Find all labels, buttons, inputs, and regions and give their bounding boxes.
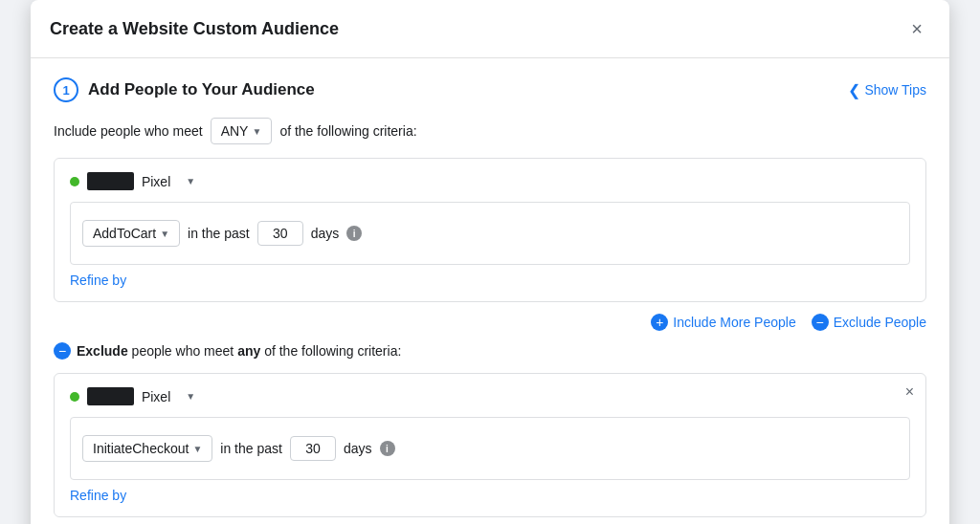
include-more-people-button[interactable]: + Include More People (651, 314, 795, 331)
section-title: Add People to Your Audience (88, 80, 315, 99)
pixel-name (87, 172, 134, 190)
include-prefix: Include people who meet (54, 123, 203, 139)
include-suffix: of the following criteria: (279, 123, 416, 139)
dropdown-caret-icon: ▼ (252, 126, 261, 137)
close-button[interactable]: × (903, 15, 930, 42)
exclude-pixel-label: Pixel (142, 389, 170, 404)
exclude-label: Exclude People (834, 315, 926, 330)
show-tips-label: Show Tips (864, 82, 926, 98)
green-dot-icon (70, 177, 79, 186)
pixel-caret-icon: ▼ (186, 176, 195, 186)
exclude-days-label: days (344, 441, 372, 456)
exclude-green-dot-icon (70, 392, 79, 402)
modal-header: Create a Website Custom Audience × (31, 0, 949, 58)
minus-icon: − (812, 314, 829, 331)
pixel-dropdown[interactable]: ▼ (178, 172, 203, 190)
exclude-info-icon[interactable]: i (380, 441, 395, 456)
exclude-pixel-row: Pixel ▼ (70, 387, 910, 405)
exclude-refine-by-link[interactable]: Refine by (70, 488, 126, 503)
exclude-pixel-caret-icon: ▼ (186, 391, 195, 402)
info-icon[interactable]: i (346, 226, 362, 241)
exclude-suffix-text: of the following criteria: (264, 343, 401, 359)
plus-icon: + (651, 314, 668, 331)
section-header: 1 Add People to Your Audience ❮ Show Tip… (54, 77, 926, 102)
modal-body: 1 Add People to Your Audience ❮ Show Tip… (31, 58, 949, 524)
include-more-label: Include More People (673, 315, 795, 330)
exclude-any: any (237, 343, 260, 359)
match-dropdown-value: ANY (221, 123, 249, 139)
days-input[interactable] (257, 221, 303, 246)
exclude-rule-row: InitiateCheckout ▼ in the past days i (82, 427, 898, 469)
exclude-event-value: InitiateCheckout (93, 441, 189, 456)
section-title-group: 1 Add People to Your Audience (54, 77, 315, 102)
exclude-section: × Pixel ▼ InitiateCheckout ▼ in the (54, 373, 926, 517)
show-tips-button[interactable]: ❮ Show Tips (848, 81, 926, 99)
exclude-bold: Exclude (77, 343, 128, 359)
modal: Create a Website Custom Audience × 1 Add… (31, 0, 949, 524)
event-dropdown[interactable]: AddToCart ▼ (82, 220, 180, 247)
exclude-in-the-past-label: in the past (220, 441, 282, 456)
days-label: days (311, 226, 340, 241)
exclude-middle: people who meet (132, 343, 238, 359)
exclude-days-input[interactable] (290, 436, 336, 461)
in-the-past-label: in the past (188, 226, 250, 241)
exclude-header: − Exclude people who meet any of the fol… (54, 342, 926, 360)
event-dropdown-value: AddToCart (93, 226, 156, 241)
exclude-close-button[interactable]: × (905, 383, 914, 401)
exclude-circle-icon: − (54, 342, 71, 360)
include-section: Pixel ▼ AddToCart ▼ in the past days i (54, 158, 926, 302)
step-circle: 1 (54, 77, 78, 102)
include-criteria-row: Include people who meet ANY ▼ of the fol… (54, 118, 926, 144)
exclude-pixel-dropdown[interactable]: ▼ (178, 387, 203, 405)
rule-row: AddToCart ▼ in the past days i (82, 212, 898, 254)
exclude-event-caret-icon: ▼ (192, 444, 202, 454)
pixel-label: Pixel (142, 174, 170, 189)
modal-title: Create a Website Custom Audience (50, 19, 339, 39)
match-dropdown[interactable]: ANY ▼ (211, 118, 273, 144)
exclude-prefix: Exclude people who meet any of the follo… (77, 343, 401, 359)
exclude-event-dropdown[interactable]: InitiateCheckout ▼ (82, 435, 212, 462)
event-caret-icon: ▼ (160, 229, 169, 239)
pixel-row: Pixel ▼ (70, 172, 910, 190)
action-row: + Include More People − Exclude People (54, 314, 926, 331)
exclude-people-button[interactable]: − Exclude People (812, 314, 926, 331)
chevron-left-icon: ❮ (848, 81, 860, 99)
exclude-pixel-name (87, 387, 134, 405)
include-refine-by-link[interactable]: Refine by (70, 273, 126, 288)
